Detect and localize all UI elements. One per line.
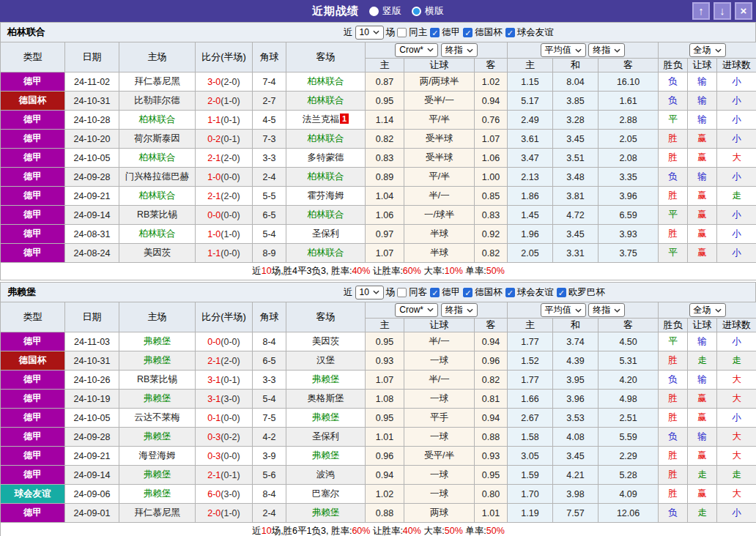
home-team-cell[interactable]: 弗赖堡: [119, 466, 196, 485]
league-checkbox-checked[interactable]: ✓: [505, 28, 515, 37]
league-checkbox-checked[interactable]: ✓: [430, 28, 440, 37]
away-team-cell[interactable]: 汉堡: [286, 351, 366, 371]
league-checkbox-checked[interactable]: ✓: [463, 288, 472, 297]
fulltime-value: 全场: [694, 304, 711, 316]
home-team-cell[interactable]: 拜仁慕尼黑: [119, 504, 196, 523]
final-odds-select[interactable]: 终指: [441, 303, 478, 317]
home-team-cell[interactable]: RB莱比锡: [119, 371, 196, 390]
window-title: 近期战绩: [312, 4, 359, 18]
home-team-cell[interactable]: 拜仁慕尼黑: [119, 72, 196, 92]
away-team-cell[interactable]: 弗赖堡: [286, 409, 366, 428]
odds-provider-select[interactable]: Crow*: [395, 43, 438, 57]
home-team-cell[interactable]: 柏林联合: [119, 111, 196, 130]
final-odds-select-2[interactable]: 终指: [588, 43, 625, 57]
final-odds-select-2[interactable]: 终指: [588, 303, 625, 317]
avg-draw-odds-cell: 3.85: [553, 92, 598, 111]
away-team-cell[interactable]: 圣保利: [286, 225, 366, 244]
corners-cell: 5-6: [253, 466, 286, 485]
result-cell: 平: [659, 332, 688, 351]
crow-handicap-cell: 平手: [404, 409, 475, 428]
summary-text: 近10场,胜6平1负3, 胜率:60% 让胜率:40% 大率:50% 单率:50…: [1, 523, 756, 536]
league-checkbox-checked[interactable]: ✓: [557, 288, 566, 297]
home-team-cell[interactable]: 弗赖堡: [119, 485, 196, 504]
league-type-cell: 德甲: [1, 168, 65, 187]
odds-provider-select[interactable]: Crow*: [395, 303, 438, 317]
away-team-cell[interactable]: 圣保利: [286, 428, 366, 447]
move-up-button[interactable]: ↑: [692, 2, 710, 20]
home-team-cell[interactable]: 柏林联合: [119, 225, 196, 244]
home-team-cell[interactable]: 云达不莱梅: [119, 409, 196, 428]
home-team-cell[interactable]: RB莱比锡: [119, 206, 196, 225]
away-team-cell[interactable]: 巴塞尔: [286, 485, 366, 504]
league-checkbox[interactable]: [397, 28, 407, 37]
league-checkbox-checked[interactable]: ✓: [430, 288, 440, 297]
recent-count-select[interactable]: 10: [355, 26, 384, 40]
titlebar: 近期战绩 竖版 横版 ↑ ↓ ×: [0, 0, 756, 22]
away-team-cell[interactable]: 柏林联合: [286, 206, 366, 225]
away-team-cell[interactable]: 柏林联合: [286, 130, 366, 149]
home-team-cell[interactable]: 弗赖堡: [119, 428, 196, 447]
close-button[interactable]: ×: [735, 2, 752, 20]
league-checkbox[interactable]: [397, 288, 407, 297]
league-checkbox-checked[interactable]: ✓: [505, 288, 515, 297]
corners-cell: 2-4: [253, 168, 286, 187]
crow-away-odds-cell: 1.07: [475, 130, 508, 149]
score-cell: 0-3(0-2): [196, 428, 253, 447]
away-team-cell[interactable]: 美因茨: [286, 332, 366, 351]
away-team-cell[interactable]: 霍芬海姆: [286, 187, 366, 206]
league-checkbox-checked[interactable]: ✓: [463, 28, 472, 37]
fulltime-select[interactable]: 全场: [689, 303, 726, 317]
home-team-cell[interactable]: 弗赖堡: [119, 332, 196, 351]
goals-result-cell: 走: [717, 351, 756, 371]
home-team-cell[interactable]: 柏林联合: [119, 187, 196, 206]
home-team-cell[interactable]: 弗赖堡: [119, 351, 196, 371]
recent-count-select[interactable]: 10: [355, 286, 384, 299]
final-odds-select[interactable]: 终指: [441, 43, 478, 57]
avg-home-odds-cell: 1.77: [508, 332, 553, 351]
crow-home-odds-cell: 0.87: [366, 72, 404, 92]
crow-away-odds-cell: 0.93: [475, 447, 508, 466]
col-avg-draw: 和: [553, 319, 598, 332]
away-team-cell[interactable]: 多特蒙德: [286, 149, 366, 168]
match-date-cell: 24-08-31: [65, 225, 119, 244]
home-team-cell[interactable]: 比勒菲尔德: [119, 92, 196, 111]
away-team-cell[interactable]: 波鸿: [286, 466, 366, 485]
away-team-cell[interactable]: 奥格斯堡: [286, 390, 366, 409]
crow-handicap-cell: 一球: [404, 351, 475, 371]
away-team-cell[interactable]: 弗赖堡: [286, 371, 366, 390]
score-cell: 0-0(0-0): [196, 206, 253, 225]
fulltime-value: 全场: [694, 44, 711, 56]
league-type-cell: 德甲: [1, 206, 65, 225]
avg-draw-odds-cell: 3.28: [553, 111, 598, 130]
move-down-button[interactable]: ↓: [714, 2, 731, 20]
home-team-cell[interactable]: 门兴格拉德巴赫: [119, 168, 196, 187]
away-team-cell[interactable]: 柏林联合: [286, 168, 366, 187]
crow-away-odds-cell: 0.94: [475, 92, 508, 111]
handicap-result-cell: 输: [688, 332, 717, 351]
average-odds-select[interactable]: 平均值: [541, 303, 586, 317]
vertical-layout-radio[interactable]: 竖版: [369, 4, 401, 18]
match-row: 德国杯24-10-31弗赖堡2-1(2-0)6-5汉堡0.93一球0.961.5…: [1, 351, 756, 371]
chevron-down-icon: [575, 48, 582, 53]
away-team-cell[interactable]: 柏林联合: [286, 72, 366, 92]
avg-away-odds-cell: 2.88: [598, 111, 659, 130]
home-team-cell[interactable]: 美因茨: [119, 244, 196, 263]
home-team-cell[interactable]: 海登海姆: [119, 447, 196, 466]
home-team-cell[interactable]: 荷尔斯泰因: [119, 130, 196, 149]
horizontal-layout-radio[interactable]: 横版: [412, 4, 444, 18]
away-team-cell[interactable]: 柏林联合: [286, 244, 366, 263]
average-odds-select[interactable]: 平均值: [541, 43, 586, 57]
away-team-cell[interactable]: 柏林联合: [286, 92, 366, 111]
col-crow-away: 客: [475, 59, 508, 72]
away-team-cell[interactable]: 法兰克福1: [286, 111, 366, 130]
avg-draw-odds-cell: 3.45: [553, 130, 598, 149]
goals-result-cell: 大: [717, 371, 756, 390]
away-team-cell[interactable]: 弗赖堡: [286, 447, 366, 466]
away-team-cell[interactable]: 弗赖堡: [286, 504, 366, 523]
result-cell: 负: [659, 428, 688, 447]
home-team-cell[interactable]: 弗赖堡: [119, 390, 196, 409]
fulltime-select[interactable]: 全场: [689, 43, 726, 57]
radio-icon: [369, 7, 379, 16]
score-cell: 2-1(2-0): [196, 149, 253, 168]
home-team-cell[interactable]: 柏林联合: [119, 149, 196, 168]
